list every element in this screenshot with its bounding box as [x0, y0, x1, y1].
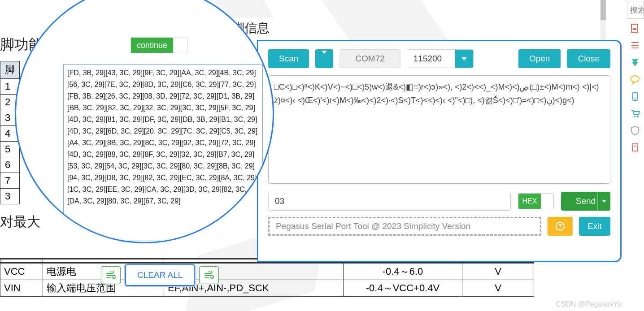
hex-label: HEX: [518, 194, 541, 209]
data-dump-box[interactable]: [FD, 3B, 29][43, 3C, 29][9F, 3C, 29][AA,…: [63, 64, 263, 241]
send-label: Send: [576, 196, 596, 206]
svg-rect-10: [632, 144, 638, 151]
right-toolbar: [626, 23, 644, 152]
continue-toggle[interactable]: continue: [131, 37, 188, 53]
wind-right-button[interactable]: [199, 266, 219, 284]
chevron-down-icon: [455, 50, 473, 68]
top-controls: Scan COM72 115200 Open Close: [268, 49, 610, 68]
scan-dropdown-button[interactable]: [315, 49, 333, 68]
bg-heading: 脚: [0, 61, 20, 79]
footer-row: Pegasus Serial Port Tool @ 2023 Simplici…: [268, 217, 610, 236]
terminal-output[interactable]: □C<)□<)ª<)K<)V<)~<)□<)5)w<)退&<)◧=)r<)ɔ)»…: [268, 75, 610, 184]
open-button[interactable]: Open: [518, 49, 561, 68]
footer-banner: Pegasus Serial Port Tool @ 2023 Simplici…: [268, 217, 541, 236]
pdf-icon[interactable]: [630, 23, 640, 33]
help-button[interactable]: ?: [548, 217, 573, 236]
toggle-knob: [541, 194, 553, 209]
mobile-icon[interactable]: [630, 91, 640, 101]
file-icon[interactable]: [630, 143, 640, 152]
baud-select[interactable]: 115200: [407, 49, 474, 68]
wind-icon: [106, 271, 116, 279]
table-row: VIN 输入端电压范围 EF,AIN+,AIN-,PD_SCK -0.4～VCC…: [0, 280, 534, 297]
bg-table-params: VCC 电源电 D -0.4～6.0 V VIN 输入端电压范围 EF,AIN+…: [0, 258, 534, 297]
send-input[interactable]: 03: [268, 192, 511, 211]
bg-heading: 对最大: [0, 213, 40, 231]
question-icon: ?: [555, 221, 565, 231]
zoom-lens-panel: continue [FD, 3B, 29][43, 3C, 29][9F, 3C…: [15, 0, 274, 243]
svg-point-8: [634, 116, 635, 117]
serial-tool-panel: Scan COM72 115200 Open Close □C<)□<)ª<)K…: [257, 40, 622, 262]
scroll-thumb[interactable]: [600, 0, 606, 20]
cart-icon[interactable]: [630, 108, 640, 118]
wind-icon: [204, 271, 214, 279]
scan-button[interactable]: Scan: [268, 49, 309, 68]
baud-value: 115200: [407, 50, 455, 68]
list-icon[interactable]: [630, 40, 640, 50]
svg-point-7: [635, 99, 636, 100]
svg-text:?: ?: [558, 223, 562, 230]
exit-button[interactable]: Exit: [579, 217, 610, 236]
chat-icon[interactable]: [630, 74, 640, 84]
download-icon[interactable]: [630, 57, 640, 67]
close-button[interactable]: Close: [567, 49, 610, 68]
wind-left-button[interactable]: [101, 266, 121, 284]
hex-toggle[interactable]: HEX: [518, 193, 554, 209]
send-button[interactable]: Send: [561, 192, 610, 211]
svg-point-5: [631, 76, 639, 82]
chevron-down-icon: [322, 51, 327, 63]
shield-icon[interactable]: [630, 125, 640, 135]
continue-label: continue: [131, 38, 173, 53]
search-input[interactable]: 搜索: [627, 1, 644, 19]
svg-point-9: [637, 116, 639, 117]
svg-rect-1: [633, 28, 636, 30]
watermark: CSDN @PegasusYu: [556, 300, 622, 308]
lens-toolbar: CLEAR ALL: [101, 264, 219, 286]
clear-all-button[interactable]: CLEAR ALL: [125, 264, 195, 286]
send-row: 03 HEX Send: [268, 192, 610, 211]
table-row: VCC 电源电 D -0.4～6.0 V: [0, 263, 534, 280]
port-display[interactable]: COM72: [339, 49, 400, 68]
toggle-knob: [173, 38, 187, 53]
chevron-down-icon: [602, 200, 606, 203]
